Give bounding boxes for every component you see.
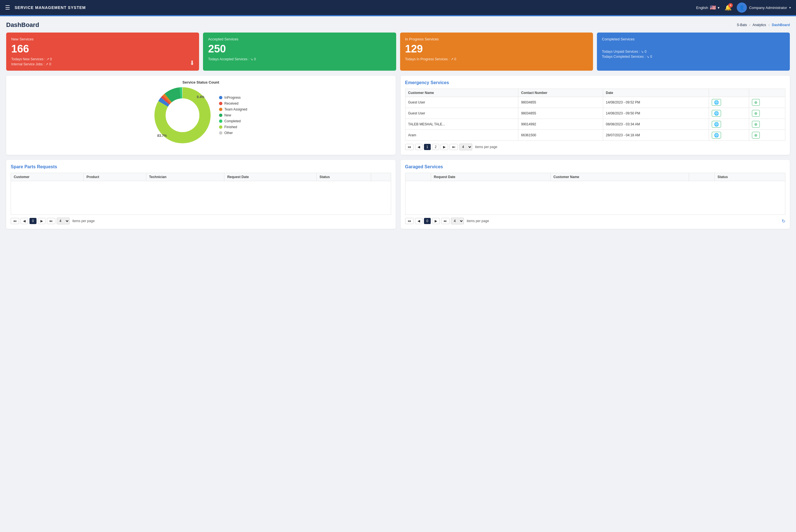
gs-last-page[interactable]: ⏭ bbox=[441, 218, 450, 224]
sp-prev-page[interactable]: ◀ bbox=[20, 218, 28, 224]
garaged-services-card: Garaged Services Request Date Customer N… bbox=[401, 160, 790, 229]
legend-dot-inprogress bbox=[219, 96, 222, 99]
es-date-1: 14/08/2023 - 09:50 PM bbox=[603, 108, 709, 119]
es-col-customer: Customer Name bbox=[405, 89, 518, 97]
legend-received: Received bbox=[219, 101, 247, 106]
lang-chevron: ▾ bbox=[718, 6, 720, 10]
es-action-globe-0[interactable]: 🌐 bbox=[709, 97, 749, 108]
gs-first-page[interactable]: ⏮ bbox=[405, 218, 414, 224]
avatar: 👤 bbox=[737, 2, 747, 13]
sp-items-per-page[interactable]: 41025 bbox=[57, 217, 70, 224]
es-globe-btn-1[interactable]: 🌐 bbox=[712, 110, 721, 117]
es-plus-btn-1[interactable]: ⊕ bbox=[752, 110, 760, 117]
emergency-items-per-page[interactable]: 41025 bbox=[459, 144, 472, 150]
emergency-last-page[interactable]: ⏭ bbox=[450, 144, 458, 150]
gs-items-per-page[interactable]: 41025 bbox=[451, 217, 464, 224]
admin-chevron: ▾ bbox=[789, 6, 791, 10]
es-globe-btn-0[interactable]: 🌐 bbox=[712, 99, 721, 106]
emergency-next-page[interactable]: ▶ bbox=[440, 144, 448, 150]
lang-label: English bbox=[696, 6, 708, 10]
menu-icon[interactable]: ☰ bbox=[5, 4, 10, 11]
legend-finished: Finished bbox=[219, 125, 247, 129]
gs-prev-page[interactable]: ◀ bbox=[415, 218, 422, 224]
es-col-action2 bbox=[749, 89, 785, 97]
legend-dot-finished bbox=[219, 125, 222, 129]
emergency-first-page[interactable]: ⏮ bbox=[405, 144, 414, 150]
es-date-2: 08/08/2023 - 03:34 AM bbox=[603, 119, 709, 130]
legend-dot-team-assigned bbox=[219, 108, 222, 111]
accepted-services-sub-0: Todays Accepted Services : ↘ 0 bbox=[208, 57, 391, 61]
chart-card: Service Status Count bbox=[6, 76, 396, 155]
gs-col-date: Request Date bbox=[431, 173, 550, 181]
emergency-prev-page[interactable]: ◀ bbox=[415, 144, 422, 150]
es-customer-1: Guest User bbox=[405, 108, 518, 119]
legend-label-team-assigned: Team Assigned bbox=[224, 108, 247, 111]
legend-label-new: New bbox=[224, 113, 231, 117]
es-plus-btn-0[interactable]: ⊕ bbox=[752, 99, 760, 106]
notification-badge: 0 bbox=[728, 3, 733, 7]
completed-services-sub-1: Todays Completed Services : ↘ 0 bbox=[602, 55, 785, 59]
emergency-items-label: items per page bbox=[475, 145, 497, 149]
spare-parts-empty bbox=[11, 181, 391, 215]
es-col-contact: Contact Number bbox=[518, 89, 603, 97]
emergency-services-card: Emergency Services Customer Name Contact… bbox=[401, 76, 790, 155]
stat-card-accepted-services[interactable]: Accepted Services 250 Todays Accepted Se… bbox=[203, 33, 396, 71]
gs-refresh-button[interactable]: ↻ bbox=[782, 218, 785, 224]
gs-col-action bbox=[689, 173, 714, 181]
sp-first-page[interactable]: ⏮ bbox=[11, 218, 19, 224]
gs-next-page[interactable]: ▶ bbox=[432, 218, 440, 224]
es-action-plus-1[interactable]: ⊕ bbox=[749, 108, 785, 119]
garaged-services-table: Request Date Customer Name Status bbox=[405, 173, 785, 215]
es-action-globe-1[interactable]: 🌐 bbox=[709, 108, 749, 119]
es-plus-btn-3[interactable]: ⊕ bbox=[752, 132, 760, 138]
new-services-sub-0: Todays New Services : ↗ 0 bbox=[11, 57, 194, 61]
notification-button[interactable]: 🔔 0 bbox=[725, 4, 732, 11]
chart-area: 83.7% 9.4% InProgress Received Team Assi… bbox=[11, 87, 391, 143]
sp-last-page[interactable]: ⏭ bbox=[47, 218, 55, 224]
breadcrumb-current: DashBoard bbox=[772, 23, 790, 27]
es-action-globe-3[interactable]: 🌐 bbox=[709, 130, 749, 141]
es-action-globe-2[interactable]: 🌐 bbox=[709, 119, 749, 130]
es-globe-btn-2[interactable]: 🌐 bbox=[712, 121, 721, 128]
legend-completed: Completed bbox=[219, 119, 247, 123]
emergency-page-1[interactable]: 1 bbox=[424, 144, 431, 150]
download-icon[interactable]: ⬇ bbox=[189, 59, 195, 67]
completed-services-sub-0: Todays Unpaid Services : ↘ 0 bbox=[602, 50, 785, 54]
stat-card-completed-services[interactable]: Completed Services Todays Unpaid Service… bbox=[597, 33, 790, 71]
inprogress-services-title: In Progress Services bbox=[405, 37, 588, 41]
es-customer-3: Aram bbox=[405, 130, 518, 141]
emergency-table-row: TALEB MESHAL TALE... 99014992 08/08/2023… bbox=[405, 119, 785, 130]
sp-next-page[interactable]: ▶ bbox=[38, 218, 46, 224]
chart-title: Service Status Count bbox=[11, 80, 391, 84]
new-services-title: New Services bbox=[11, 37, 194, 41]
legend-team-assigned: Team Assigned bbox=[219, 108, 247, 111]
language-selector[interactable]: English 🇺🇸 ▾ bbox=[696, 4, 720, 11]
es-action-plus-0[interactable]: ⊕ bbox=[749, 97, 785, 108]
spare-parts-title: Spare Parts Requests bbox=[11, 164, 391, 169]
garaged-services-empty bbox=[405, 181, 785, 215]
gs-current-page[interactable]: 0 bbox=[424, 218, 431, 224]
es-action-plus-3[interactable]: ⊕ bbox=[749, 130, 785, 141]
sp-current-page[interactable]: 0 bbox=[30, 218, 36, 224]
emergency-services-title: Emergency Services bbox=[405, 80, 785, 85]
garaged-pagination: ⏮ ◀ 0 ▶ ⏭ 41025 items per page ↻ bbox=[405, 217, 785, 224]
legend-label-completed: Completed bbox=[224, 119, 241, 123]
es-date-0: 14/08/2023 - 09:52 PM bbox=[603, 97, 709, 108]
stat-cards: New Services 166 Todays New Services : ↗… bbox=[6, 33, 790, 71]
stat-card-inprogress-services[interactable]: In Progress Services 129 Todays In Progr… bbox=[400, 33, 593, 71]
emergency-page-2[interactable]: 2 bbox=[432, 144, 439, 150]
es-globe-btn-3[interactable]: 🌐 bbox=[712, 132, 721, 138]
legend-dot-received bbox=[219, 102, 222, 105]
emergency-services-table: Customer Name Contact Number Date Guest … bbox=[405, 89, 785, 141]
breadcrumb-mid[interactable]: Analytics bbox=[753, 23, 766, 27]
es-customer-2: TALEB MESHAL TALE... bbox=[405, 119, 518, 130]
page-title: DashBoard bbox=[6, 21, 39, 28]
app-header: ☰ SERVICE MANAGEMENT SYSTEM English 🇺🇸 ▾… bbox=[0, 0, 796, 15]
es-plus-btn-2[interactable]: ⊕ bbox=[752, 121, 760, 128]
stat-card-new-services[interactable]: New Services 166 Todays New Services : ↗… bbox=[6, 33, 199, 71]
emergency-table-row: Guest User 98034855 14/08/2023 - 09:52 P… bbox=[405, 97, 785, 108]
es-action-plus-2[interactable]: ⊕ bbox=[749, 119, 785, 130]
admin-info[interactable]: 👤 Company Administrator ▾ bbox=[737, 2, 791, 13]
breadcrumb-root[interactable]: S-Bats bbox=[737, 23, 747, 27]
gs-col-status: Status bbox=[714, 173, 785, 181]
